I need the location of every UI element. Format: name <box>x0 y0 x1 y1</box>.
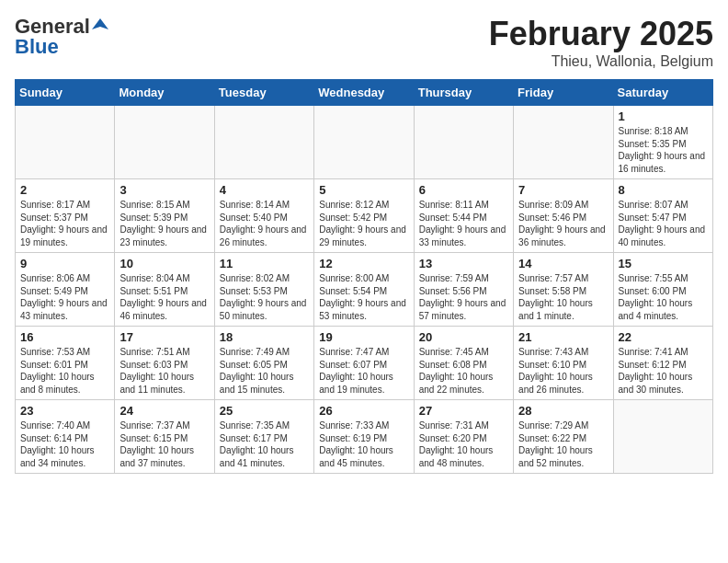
day-number: 28 <box>518 404 608 418</box>
calendar-cell: 24Sunrise: 7:37 AM Sunset: 6:15 PM Dayli… <box>115 400 214 474</box>
calendar-cell <box>514 106 613 179</box>
day-number: 10 <box>119 257 209 270</box>
calendar-cell: 8Sunrise: 8:07 AM Sunset: 5:47 PM Daylig… <box>613 179 712 253</box>
day-number: 7 <box>518 183 608 197</box>
day-number: 6 <box>419 183 508 197</box>
calendar-cell: 14Sunrise: 7:57 AM Sunset: 5:58 PM Dayli… <box>514 253 613 327</box>
day-detail: Sunrise: 8:11 AM Sunset: 5:44 PM Dayligh… <box>419 199 508 248</box>
calendar-cell: 4Sunrise: 8:14 AM Sunset: 5:40 PM Daylig… <box>214 179 313 253</box>
calendar-cell: 18Sunrise: 7:49 AM Sunset: 6:05 PM Dayli… <box>214 327 313 400</box>
day-number: 8 <box>619 183 708 197</box>
calendar-cell: 12Sunrise: 8:00 AM Sunset: 5:54 PM Dayli… <box>314 253 414 327</box>
day-number: 25 <box>220 404 309 418</box>
logo-blue-text: Blue <box>15 35 59 59</box>
day-detail: Sunrise: 8:15 AM Sunset: 5:39 PM Dayligh… <box>119 199 209 248</box>
calendar-cell <box>613 400 712 474</box>
day-number: 16 <box>20 330 109 344</box>
day-number: 15 <box>619 257 708 270</box>
day-detail: Sunrise: 8:17 AM Sunset: 5:37 PM Dayligh… <box>20 199 109 248</box>
day-detail: Sunrise: 7:35 AM Sunset: 6:17 PM Dayligh… <box>220 419 309 469</box>
col-header-thursday: Thursday <box>414 80 513 106</box>
day-detail: Sunrise: 8:00 AM Sunset: 5:54 PM Dayligh… <box>319 272 408 322</box>
day-detail: Sunrise: 7:47 AM Sunset: 6:07 PM Dayligh… <box>319 346 408 396</box>
day-number: 11 <box>220 257 309 270</box>
col-header-friday: Friday <box>514 80 613 106</box>
calendar-header-row: SundayMondayTuesdayWednesdayThursdayFrid… <box>16 80 713 106</box>
day-number: 2 <box>20 183 109 197</box>
day-detail: Sunrise: 7:59 AM Sunset: 5:56 PM Dayligh… <box>419 272 508 322</box>
calendar-cell <box>414 106 513 179</box>
day-number: 18 <box>220 330 309 344</box>
day-detail: Sunrise: 7:45 AM Sunset: 6:08 PM Dayligh… <box>419 346 508 396</box>
day-number: 1 <box>619 109 708 123</box>
day-number: 12 <box>319 257 408 270</box>
day-number: 24 <box>119 404 209 418</box>
day-detail: Sunrise: 7:51 AM Sunset: 6:03 PM Dayligh… <box>119 346 209 396</box>
calendar-cell: 17Sunrise: 7:51 AM Sunset: 6:03 PM Dayli… <box>115 327 214 400</box>
calendar-cell <box>214 106 313 179</box>
day-detail: Sunrise: 8:04 AM Sunset: 5:51 PM Dayligh… <box>119 272 209 322</box>
calendar-cell: 27Sunrise: 7:31 AM Sunset: 6:20 PM Dayli… <box>414 400 513 474</box>
calendar-cell: 22Sunrise: 7:41 AM Sunset: 6:12 PM Dayli… <box>613 327 712 400</box>
calendar-cell: 1Sunrise: 8:18 AM Sunset: 5:35 PM Daylig… <box>613 106 712 179</box>
day-detail: Sunrise: 7:33 AM Sunset: 6:19 PM Dayligh… <box>319 419 408 469</box>
day-detail: Sunrise: 7:57 AM Sunset: 5:58 PM Dayligh… <box>518 272 608 322</box>
col-header-monday: Monday <box>115 80 214 106</box>
day-number: 19 <box>319 330 408 344</box>
calendar-cell <box>314 106 414 179</box>
calendar-table: SundayMondayTuesdayWednesdayThursdayFrid… <box>15 79 713 474</box>
logo: General Blue <box>15 15 108 59</box>
day-number: 27 <box>419 404 508 418</box>
calendar-week-row: 1Sunrise: 8:18 AM Sunset: 5:35 PM Daylig… <box>16 106 713 179</box>
day-detail: Sunrise: 7:43 AM Sunset: 6:10 PM Dayligh… <box>518 346 608 396</box>
svg-marker-0 <box>92 18 108 29</box>
day-detail: Sunrise: 8:18 AM Sunset: 5:35 PM Dayligh… <box>619 125 708 175</box>
day-number: 17 <box>119 330 209 344</box>
col-header-wednesday: Wednesday <box>314 80 414 106</box>
day-number: 20 <box>419 330 508 344</box>
calendar-cell: 11Sunrise: 8:02 AM Sunset: 5:53 PM Dayli… <box>214 253 313 327</box>
day-detail: Sunrise: 7:37 AM Sunset: 6:15 PM Dayligh… <box>119 419 209 469</box>
calendar-cell: 3Sunrise: 8:15 AM Sunset: 5:39 PM Daylig… <box>115 179 214 253</box>
col-header-sunday: Sunday <box>16 80 115 106</box>
day-detail: Sunrise: 7:29 AM Sunset: 6:22 PM Dayligh… <box>518 419 608 469</box>
day-number: 26 <box>319 404 408 418</box>
header: General Blue February 2025 Thieu, Wallon… <box>15 15 713 70</box>
calendar-cell: 28Sunrise: 7:29 AM Sunset: 6:22 PM Dayli… <box>514 400 613 474</box>
calendar-week-row: 23Sunrise: 7:40 AM Sunset: 6:14 PM Dayli… <box>16 400 713 474</box>
day-number: 3 <box>119 183 209 197</box>
day-number: 23 <box>20 404 109 418</box>
calendar-cell: 20Sunrise: 7:45 AM Sunset: 6:08 PM Dayli… <box>414 327 513 400</box>
calendar-cell: 10Sunrise: 8:04 AM Sunset: 5:51 PM Dayli… <box>115 253 214 327</box>
day-detail: Sunrise: 7:31 AM Sunset: 6:20 PM Dayligh… <box>419 419 508 469</box>
day-detail: Sunrise: 8:06 AM Sunset: 5:49 PM Dayligh… <box>20 272 109 322</box>
calendar-cell: 25Sunrise: 7:35 AM Sunset: 6:17 PM Dayli… <box>214 400 313 474</box>
calendar-cell: 21Sunrise: 7:43 AM Sunset: 6:10 PM Dayli… <box>514 327 613 400</box>
day-detail: Sunrise: 8:12 AM Sunset: 5:42 PM Dayligh… <box>319 199 408 248</box>
title-block: February 2025 Thieu, Wallonia, Belgium <box>489 15 713 70</box>
day-number: 5 <box>319 183 408 197</box>
calendar-cell: 9Sunrise: 8:06 AM Sunset: 5:49 PM Daylig… <box>16 253 115 327</box>
calendar-cell: 7Sunrise: 8:09 AM Sunset: 5:46 PM Daylig… <box>514 179 613 253</box>
calendar-week-row: 9Sunrise: 8:06 AM Sunset: 5:49 PM Daylig… <box>16 253 713 327</box>
day-detail: Sunrise: 7:53 AM Sunset: 6:01 PM Dayligh… <box>20 346 109 396</box>
page: General Blue February 2025 Thieu, Wallon… <box>0 0 728 488</box>
calendar-subtitle: Thieu, Wallonia, Belgium <box>489 53 713 70</box>
calendar-cell: 16Sunrise: 7:53 AM Sunset: 6:01 PM Dayli… <box>16 327 115 400</box>
day-detail: Sunrise: 7:49 AM Sunset: 6:05 PM Dayligh… <box>220 346 309 396</box>
day-detail: Sunrise: 8:09 AM Sunset: 5:46 PM Dayligh… <box>518 199 608 248</box>
day-number: 21 <box>518 330 608 344</box>
calendar-cell: 6Sunrise: 8:11 AM Sunset: 5:44 PM Daylig… <box>414 179 513 253</box>
calendar-cell: 2Sunrise: 8:17 AM Sunset: 5:37 PM Daylig… <box>16 179 115 253</box>
calendar-cell: 26Sunrise: 7:33 AM Sunset: 6:19 PM Dayli… <box>314 400 414 474</box>
calendar-cell <box>16 106 115 179</box>
calendar-cell: 23Sunrise: 7:40 AM Sunset: 6:14 PM Dayli… <box>16 400 115 474</box>
calendar-cell: 15Sunrise: 7:55 AM Sunset: 6:00 PM Dayli… <box>613 253 712 327</box>
day-detail: Sunrise: 8:02 AM Sunset: 5:53 PM Dayligh… <box>220 272 309 322</box>
day-number: 22 <box>619 330 708 344</box>
calendar-week-row: 16Sunrise: 7:53 AM Sunset: 6:01 PM Dayli… <box>16 327 713 400</box>
calendar-title: February 2025 <box>489 15 713 53</box>
day-detail: Sunrise: 7:40 AM Sunset: 6:14 PM Dayligh… <box>20 419 109 469</box>
day-detail: Sunrise: 7:55 AM Sunset: 6:00 PM Dayligh… <box>619 272 708 322</box>
calendar-cell: 5Sunrise: 8:12 AM Sunset: 5:42 PM Daylig… <box>314 179 414 253</box>
